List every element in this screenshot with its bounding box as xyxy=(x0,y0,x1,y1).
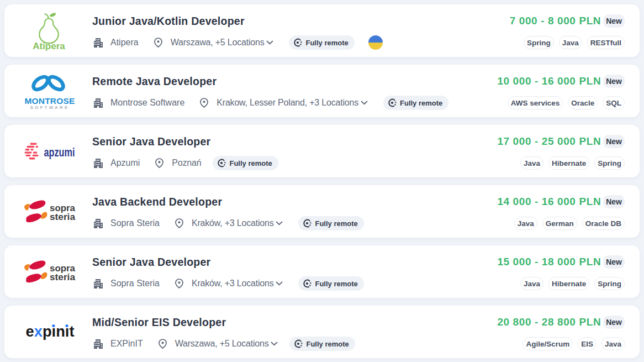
svg-text:sopra: sopra xyxy=(50,263,75,272)
svg-text:sopra: sopra xyxy=(50,203,75,212)
svg-text:apzumi: apzumi xyxy=(44,145,75,159)
svg-text:SOFTWARE: SOFTWARE xyxy=(30,105,69,110)
svg-text:Atipera: Atipera xyxy=(33,41,65,51)
svg-text:steria: steria xyxy=(50,272,75,281)
svg-text:steria: steria xyxy=(50,212,75,221)
svg-text:MONTROSE: MONTROSE xyxy=(24,96,75,106)
